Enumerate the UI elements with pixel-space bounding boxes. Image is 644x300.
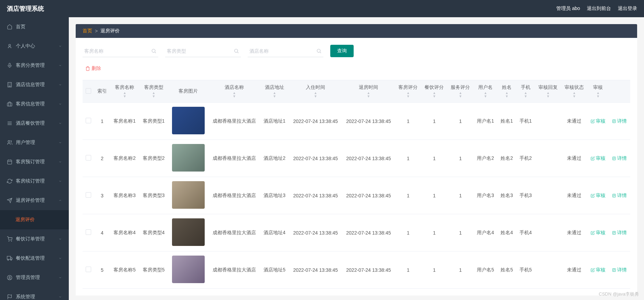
sidebar-item-label: 餐饮订单管理: [16, 236, 58, 242]
sort-icon: ▲▼: [398, 91, 418, 98]
cell-addr: 酒店地址2: [260, 140, 289, 177]
cell-hotel: 成都香格里拉大酒店: [208, 140, 260, 177]
sidebar-item-1[interactable]: 个人中心: [0, 37, 69, 56]
admin-label[interactable]: 管理员 abo: [556, 6, 580, 12]
column-header[interactable]: 姓名▲▼: [497, 80, 516, 103]
sidebar-item-5[interactable]: 酒店餐饮管理: [0, 114, 69, 133]
sidebar-item-3[interactable]: 酒店信息管理: [0, 75, 69, 94]
edit-icon: [591, 194, 595, 198]
column-header[interactable]: 服务评分▲▼: [447, 80, 473, 103]
row-checkbox[interactable]: [86, 229, 91, 235]
to-front-link[interactable]: 退出到前台: [587, 6, 611, 12]
select-all-checkbox[interactable]: [86, 88, 91, 94]
cell-score2: 1: [421, 214, 447, 251]
cell-status: 未通过: [561, 177, 587, 214]
sidebar-item-12[interactable]: 餐饮配送管理: [0, 249, 69, 268]
cell-room-name: 客房名称3: [110, 177, 139, 214]
row-checkbox[interactable]: [86, 155, 91, 161]
query-button[interactable]: 查询: [330, 45, 354, 57]
edit-icon: [591, 268, 595, 272]
sort-icon: ▲▼: [590, 91, 606, 98]
chevron-down-icon: [58, 160, 62, 164]
detail-link[interactable]: 详情: [612, 155, 627, 162]
room-thumbnail[interactable]: [172, 107, 205, 134]
main-content: 首页 > 退房评价 查询: [69, 17, 644, 300]
room-thumbnail[interactable]: [172, 256, 205, 283]
sort-icon: ▲▼: [450, 91, 471, 98]
logout-link[interactable]: 退出登录: [618, 6, 637, 12]
column-header[interactable]: 审核状态▲▼: [561, 80, 587, 103]
sidebar-item-14[interactable]: 系统管理: [0, 287, 69, 300]
table-row: 5客房名称5客房类型5成都香格里拉大酒店酒店地址52022-07-24 13:3…: [83, 251, 630, 289]
cell-index: 1: [94, 103, 110, 140]
table-row: 2客房名称2客房类型2成都香格里拉大酒店酒店地址22022-07-24 13:3…: [83, 140, 630, 177]
column-header[interactable]: 客房类型▲▼: [139, 80, 168, 103]
row-checkbox[interactable]: [86, 267, 91, 272]
audit-link[interactable]: 审核: [591, 230, 605, 236]
sidebar-item-label: 酒店信息管理: [16, 82, 58, 88]
column-header[interactable]: 用户名▲▼: [473, 80, 497, 103]
room-thumbnail[interactable]: [172, 144, 205, 172]
room-name-input[interactable]: [83, 45, 158, 57]
audit-link[interactable]: 审核: [591, 118, 605, 124]
calendar-icon: [7, 159, 12, 165]
sidebar-item-8[interactable]: 客房续订管理: [0, 172, 69, 191]
column-header[interactable]: 手机▲▼: [516, 80, 535, 103]
detail-link[interactable]: 详情: [612, 230, 627, 236]
svg-point-6: [9, 241, 9, 241]
sidebar-item-6[interactable]: 用户管理: [0, 133, 69, 152]
sidebar-item-10[interactable]: 退房评价: [0, 210, 69, 229]
sidebar-item-2[interactable]: 客房分类管理: [0, 56, 69, 75]
cell-score1: 1: [395, 214, 421, 251]
row-checkbox[interactable]: [86, 118, 91, 123]
column-header[interactable]: 酒店名称▲▼: [208, 80, 260, 103]
room-thumbnail[interactable]: [172, 181, 205, 209]
column-header[interactable]: 退房时间▲▼: [342, 80, 395, 103]
audit-link[interactable]: 审核: [591, 267, 605, 273]
delete-button[interactable]: 删除: [83, 64, 104, 73]
cell-addr: 酒店地址5: [260, 251, 289, 289]
cell-room-type: 客房类型1: [139, 103, 168, 140]
cell-hotel: 成都香格里拉大酒店: [208, 251, 260, 289]
chevron-down-icon: [58, 179, 62, 183]
sidebar-item-11[interactable]: 餐饮订单管理: [0, 229, 69, 249]
room-thumbnail[interactable]: [172, 218, 205, 246]
column-header[interactable]: 客房评分▲▼: [395, 80, 421, 103]
sidebar-item-13[interactable]: 管理员管理: [0, 268, 69, 287]
cell-checkout: 2022-07-24 13:38:45: [342, 177, 395, 214]
row-checkbox[interactable]: [86, 192, 91, 198]
column-header[interactable]: 餐饮评分▲▼: [421, 80, 447, 103]
sidebar-item-7[interactable]: 客房预订管理: [0, 152, 69, 172]
send-icon: [7, 198, 12, 203]
room-type-input[interactable]: [165, 45, 241, 57]
sidebar-item-9[interactable]: 退房评价管理: [0, 191, 69, 210]
users-icon: [7, 140, 12, 145]
chevron-down-icon: [58, 102, 62, 106]
sidebar-item-label: 管理员管理: [16, 275, 58, 281]
column-header[interactable]: 审核▲▼: [587, 80, 609, 103]
cell-score3: 1: [447, 251, 473, 289]
svg-rect-5: [8, 160, 12, 164]
cell-room-name: 客房名称1: [110, 103, 139, 140]
cell-status: 未通过: [561, 103, 587, 140]
svg-rect-8: [7, 256, 11, 259]
detail-icon: [612, 119, 616, 123]
sidebar-item-0[interactable]: 首页: [0, 17, 69, 37]
truck-icon: [7, 256, 12, 261]
sidebar-item-4[interactable]: 客房信息管理: [0, 94, 69, 114]
detail-link[interactable]: 详情: [612, 267, 627, 273]
column-header[interactable]: 入住时间▲▼: [289, 80, 342, 103]
breadcrumb-home[interactable]: 首页: [83, 28, 92, 34]
cell-index: 2: [94, 140, 110, 177]
column-header[interactable]: 审核回复▲▼: [535, 80, 561, 103]
hotel-name-input[interactable]: [248, 45, 323, 57]
detail-link[interactable]: 详情: [612, 193, 627, 199]
audit-link[interactable]: 审核: [591, 155, 605, 162]
cell-phone: 手机4: [516, 214, 535, 251]
sidebar-item-label: 退房评价: [15, 217, 62, 223]
detail-link[interactable]: 详情: [612, 118, 627, 124]
cell-hotel: 成都香格里拉大酒店: [208, 103, 260, 140]
audit-link[interactable]: 审核: [591, 193, 605, 199]
column-header[interactable]: 客房名称▲▼: [110, 80, 139, 103]
column-header[interactable]: 酒店地址▲▼: [260, 80, 289, 103]
